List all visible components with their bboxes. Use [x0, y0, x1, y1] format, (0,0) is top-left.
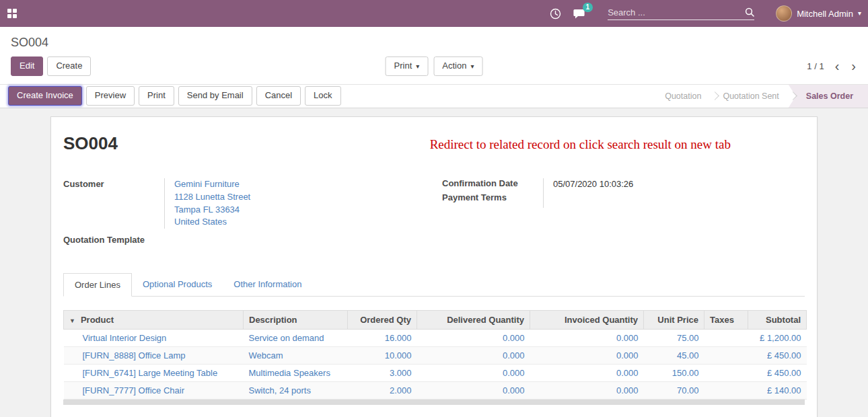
cell-taxes[interactable] — [704, 365, 748, 382]
preview-button[interactable]: Preview — [86, 86, 135, 106]
user-menu[interactable]: Mitchell Admin ▾ — [776, 5, 861, 22]
annotation-text: Redirect to related record on click sear… — [430, 137, 731, 152]
breadcrumb: SO004 — [0, 27, 868, 51]
cell-unit-price[interactable]: 75.00 — [644, 330, 704, 347]
status-step-quotation-sent[interactable]: Quotation Sent — [711, 85, 791, 108]
cell-invoiced-qty[interactable]: 0.000 — [530, 365, 644, 382]
cell-unit-price[interactable]: 150.00 — [644, 365, 704, 382]
order-line-row[interactable]: [FURN_6741] Large Meeting Table Multimed… — [64, 365, 807, 382]
cell-invoiced-qty[interactable]: 0.000 — [530, 330, 644, 347]
cell-description[interactable]: Service on demand — [244, 330, 348, 347]
user-avatar — [776, 5, 792, 22]
quotation-template-label: Quotation Template — [63, 234, 164, 245]
breadcrumb-title: SO004 — [11, 36, 48, 49]
order-line-row[interactable]: [FURN_8888] Office Lamp Webcam 10.000 0.… — [64, 347, 807, 365]
pager-next-icon[interactable]: › — [850, 59, 857, 73]
column-header-subtotal[interactable]: Subtotal — [748, 311, 807, 330]
cell-delivered-qty[interactable]: 0.000 — [417, 330, 530, 347]
cell-subtotal[interactable]: £ 450.00 — [748, 347, 807, 365]
column-header-invoiced-qty[interactable]: Invoiced Quantity — [530, 311, 644, 330]
action-dropdown[interactable]: Action▾ — [433, 56, 482, 76]
cell-taxes[interactable] — [704, 382, 748, 400]
cancel-button[interactable]: Cancel — [256, 86, 301, 106]
send-by-email-button[interactable]: Send by Email — [178, 86, 252, 106]
lock-button[interactable]: Lock — [305, 86, 340, 106]
create-invoice-button[interactable]: Create Invoice — [8, 86, 82, 106]
status-step-quotation[interactable]: Quotation — [653, 85, 713, 108]
cell-product[interactable]: [FURN_6741] Large Meeting Table — [64, 365, 244, 382]
global-search — [608, 7, 754, 20]
cell-subtotal[interactable]: £ 450.00 — [748, 365, 807, 382]
cell-ordered-qty[interactable]: 3.000 — [348, 365, 417, 382]
cell-ordered-qty[interactable]: 10.000 — [348, 347, 417, 365]
edit-button[interactable]: Edit — [11, 56, 43, 76]
product-header-label: Product — [81, 315, 114, 325]
search-input[interactable] — [608, 7, 745, 17]
customer-name-link[interactable]: Gemini Furniture — [174, 178, 426, 191]
cell-unit-price[interactable]: 70.00 — [644, 382, 704, 400]
cell-delivered-qty[interactable]: 0.000 — [417, 365, 530, 382]
confirmation-date-label: Confirmation Date — [442, 178, 543, 188]
confirmation-date-value: 05/07/2020 10:03:26 — [553, 178, 805, 191]
statusbar: Create Invoice Preview Print Send by Ema… — [0, 84, 868, 108]
column-header-description[interactable]: Description — [244, 311, 348, 330]
action-dropdown-label: Action — [442, 61, 466, 71]
cell-product[interactable]: [FURN_7777] Office Chair — [64, 382, 244, 400]
control-panel: Edit Create Print▾ Action▾ 1 / 1 ‹ › — [0, 51, 868, 84]
cell-product[interactable]: Virtual Interior Design — [64, 330, 244, 347]
column-header-unit-price[interactable]: Unit Price — [644, 311, 704, 330]
print-dropdown[interactable]: Print▾ — [386, 56, 429, 76]
customer-street[interactable]: 1128 Lunetta Street — [174, 191, 426, 204]
tab-optional-products[interactable]: Optional Products — [132, 273, 223, 296]
print-dropdown-label: Print — [394, 61, 412, 71]
cell-ordered-qty[interactable]: 2.000 — [348, 382, 417, 400]
cell-invoiced-qty[interactable]: 0.000 — [530, 382, 644, 400]
pager-previous-icon[interactable]: ‹ — [834, 59, 841, 73]
print-button[interactable]: Print — [139, 86, 174, 106]
cell-taxes[interactable] — [704, 347, 748, 365]
customer-label: Customer — [63, 178, 164, 229]
chevron-down-icon: ▾ — [416, 63, 419, 70]
user-name: Mitchell Admin — [797, 9, 853, 19]
column-header-product[interactable]: ▼Product — [64, 311, 244, 330]
search-icon[interactable] — [745, 7, 754, 17]
column-header-delivered-qty[interactable]: Delivered Quantity — [417, 311, 530, 330]
cell-invoiced-qty[interactable]: 0.000 — [530, 347, 644, 365]
cell-description[interactable]: Switch, 24 ports — [244, 382, 348, 400]
table-header-row: ▼Product Description Ordered Qty Deliver… — [64, 311, 807, 330]
messages-icon[interactable]: 1 — [573, 8, 586, 20]
column-header-taxes[interactable]: Taxes — [704, 311, 748, 330]
sale-order-sheet: SO004 Redirect to related record on clic… — [50, 116, 818, 417]
cell-taxes[interactable] — [704, 330, 748, 347]
customer-value: Gemini Furniture 1128 Lunetta Street Tam… — [164, 178, 426, 229]
chevron-down-icon: ▾ — [470, 63, 474, 70]
status-steps: Quotation Quotation Sent Sales Order — [653, 85, 868, 108]
customer-city[interactable]: Tampa FL 33634 — [174, 204, 426, 217]
tab-other-information[interactable]: Other Information — [223, 273, 312, 296]
activities-clock-icon[interactable] — [550, 8, 561, 20]
optional-columns-toggle-icon[interactable]: ▼ — [69, 317, 75, 324]
order-line-row[interactable]: Virtual Interior Design Service on deman… — [64, 330, 807, 347]
content-area: SO004 Redirect to related record on clic… — [0, 108, 868, 417]
create-button[interactable]: Create — [47, 56, 91, 76]
cell-description[interactable]: Webcam — [244, 347, 348, 365]
customer-country[interactable]: United States — [174, 216, 426, 229]
order-lines-table: ▼Product Description Ordered Qty Deliver… — [63, 310, 807, 400]
chevron-down-icon: ▾ — [858, 10, 861, 17]
cell-description[interactable]: Multimedia Speakers — [244, 365, 348, 382]
page-title: SO004 — [63, 133, 118, 154]
pager-value: 1 / 1 — [807, 61, 824, 71]
cell-ordered-qty[interactable]: 16.000 — [348, 330, 417, 347]
apps-menu-icon[interactable] — [7, 8, 17, 19]
cell-delivered-qty[interactable]: 0.000 — [417, 347, 530, 365]
cell-delivered-qty[interactable]: 0.000 — [417, 382, 530, 400]
table-scrollbar[interactable] — [63, 400, 805, 405]
tab-order-lines[interactable]: Order Lines — [63, 273, 132, 297]
cell-product[interactable]: [FURN_8888] Office Lamp — [64, 347, 244, 365]
cell-subtotal[interactable]: £ 140.00 — [748, 382, 807, 400]
column-header-ordered-qty[interactable]: Ordered Qty — [348, 311, 417, 330]
cell-subtotal[interactable]: £ 1,200.00 — [748, 330, 807, 347]
order-line-row[interactable]: [FURN_7777] Office Chair Switch, 24 port… — [64, 382, 807, 400]
cell-unit-price[interactable]: 45.00 — [644, 347, 704, 365]
status-step-sales-order[interactable]: Sales Order — [789, 85, 868, 108]
